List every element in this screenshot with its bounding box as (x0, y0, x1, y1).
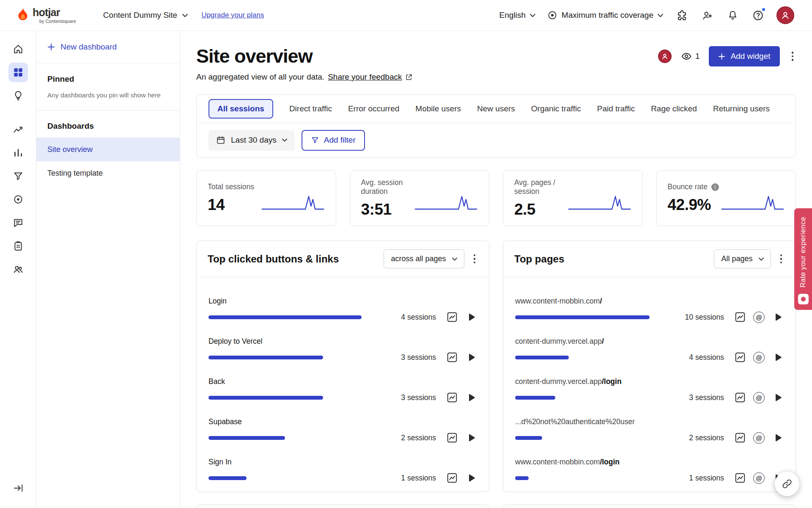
segment-tab-direct-traffic[interactable]: Direct traffic (289, 104, 332, 113)
rate-experience-tab[interactable]: Rate your experience (794, 208, 812, 310)
sidebar-item-testing-template[interactable]: Testing template (36, 161, 180, 185)
segment-tab-new-users[interactable]: New users (477, 104, 515, 113)
new-dashboard-button[interactable]: New dashboard (36, 31, 180, 64)
add-widget-button[interactable]: Add widget (709, 46, 779, 66)
view-trend-button[interactable] (446, 311, 458, 323)
pages-selector-dropdown[interactable]: All pages (714, 249, 771, 268)
view-trend-button[interactable] (734, 432, 746, 444)
viewer-avatar[interactable] (658, 50, 672, 63)
page-url-label: www.content-mobbin.com/login (515, 458, 784, 467)
help-button[interactable] (751, 8, 765, 22)
view-trend-button[interactable] (446, 472, 458, 484)
widget-menu-button[interactable] (471, 251, 478, 267)
view-heatmap-button[interactable]: @ (753, 312, 765, 323)
rail-interviews[interactable] (8, 260, 28, 279)
view-heatmap-button[interactable]: @ (753, 432, 765, 444)
session-bar-track (208, 396, 362, 400)
segment-tab-paid-traffic[interactable]: Paid traffic (597, 104, 635, 113)
site-selector-dropdown[interactable]: Content Dummy Site (103, 11, 188, 20)
widget-menu-button[interactable] (778, 251, 785, 267)
play-recordings-button[interactable] (772, 432, 784, 444)
add-filter-button[interactable]: Add filter (302, 130, 365, 151)
traffic-coverage-dropdown[interactable]: Maximum traffic coverage (547, 10, 663, 20)
external-link-icon (405, 73, 413, 81)
session-bar-track (515, 356, 650, 359)
rail-surveys[interactable] (8, 236, 28, 256)
play-recordings-button[interactable] (465, 311, 477, 323)
flame-icon (17, 7, 29, 20)
rail-highlights[interactable] (8, 86, 28, 105)
chart-icon (735, 392, 746, 403)
play-recordings-button[interactable] (465, 392, 477, 403)
play-recordings-button[interactable] (772, 392, 784, 403)
at-icon: @ (756, 475, 762, 482)
share-feedback-link[interactable]: Share your feedback (328, 72, 413, 82)
play-recordings-button[interactable] (772, 311, 784, 323)
hotjar-logo[interactable]: hotjar by Contentsquare (17, 7, 76, 24)
language-label: English (499, 11, 526, 20)
viewers-count[interactable]: 1 (681, 51, 700, 62)
page-menu-button[interactable] (789, 48, 796, 64)
sidebar-item-site-overview[interactable]: Site overview (36, 138, 180, 161)
view-trend-button[interactable] (734, 472, 746, 484)
pages-selector-label: All pages (721, 254, 752, 263)
clicked-row: Supabase 2 sessions (208, 417, 477, 444)
rail-filters[interactable] (8, 166, 28, 186)
segment-tab-returning-users[interactable]: Returning users (713, 104, 770, 113)
view-trend-button[interactable] (446, 351, 458, 363)
info-icon[interactable]: i (711, 183, 719, 191)
session-bar-track (208, 356, 362, 359)
view-trend-button[interactable] (446, 432, 458, 444)
clicked-row: Back 3 sessions (208, 377, 477, 403)
view-heatmap-button[interactable]: @ (753, 352, 765, 363)
page-url-label: content-dummy.vercel.app/ (515, 337, 784, 346)
view-trend-button[interactable] (734, 392, 746, 403)
view-heatmap-button[interactable]: @ (753, 472, 765, 484)
chevron-down-icon (182, 14, 188, 17)
segment-tab-all-sessions[interactable]: All sessions (208, 99, 273, 119)
person-add-icon (702, 10, 713, 21)
stat-card-pages-per-session: Avg. pages / session 2.5 (503, 170, 643, 226)
play-recordings-button[interactable] (465, 351, 477, 363)
scope-selector-dropdown[interactable]: across all pages (384, 249, 464, 268)
sparkline-chart (261, 193, 325, 213)
notifications-button[interactable] (726, 8, 739, 22)
view-trend-button[interactable] (734, 351, 746, 363)
share-link-fab[interactable] (775, 472, 799, 496)
rail-dashboards[interactable] (8, 63, 28, 82)
coverage-gauge-icon (547, 10, 557, 20)
play-recordings-button[interactable] (465, 432, 477, 444)
stat-value: 3:51 (361, 201, 415, 218)
pinned-heading: Pinned (47, 75, 169, 84)
view-trend-button[interactable] (734, 311, 746, 323)
user-avatar[interactable] (776, 6, 794, 24)
upgrade-plans-link[interactable]: Upgrade your plans (201, 11, 264, 19)
rail-heatmaps[interactable] (8, 190, 28, 209)
icon-rail (0, 31, 36, 508)
clicked-element-label: Login (208, 297, 477, 306)
language-dropdown[interactable]: English (499, 11, 535, 20)
view-trend-button[interactable] (446, 392, 458, 403)
rail-collapse[interactable] (8, 478, 28, 498)
clicked-element-label: Deploy to Vercel (208, 337, 477, 346)
segment-tab-rage-clicked[interactable]: Rage clicked (651, 104, 697, 113)
integrations-button[interactable] (675, 8, 689, 22)
chart-icon (447, 392, 458, 403)
view-heatmap-button[interactable]: @ (753, 392, 765, 403)
play-recordings-button[interactable] (465, 472, 477, 484)
filter-funnel-icon (311, 136, 319, 144)
date-range-dropdown[interactable]: Last 30 days (208, 130, 295, 151)
sessions-count: 2 sessions (401, 433, 436, 442)
play-recordings-button[interactable] (772, 351, 784, 363)
rail-trends[interactable] (8, 120, 28, 139)
rail-funnels[interactable] (8, 143, 28, 163)
clicked-element-label: Sign In (208, 458, 477, 467)
rail-home[interactable] (8, 39, 28, 59)
page-row: www.content-mobbin.com/ 10 sessions @ (515, 297, 784, 323)
segment-tab-error-occurred[interactable]: Error occurred (348, 104, 399, 113)
invite-user-button[interactable] (700, 8, 714, 22)
segment-tab-mobile-users[interactable]: Mobile users (415, 104, 461, 113)
segment-tab-organic-traffic[interactable]: Organic traffic (531, 104, 581, 113)
play-icon (466, 473, 476, 483)
rail-feedback[interactable] (8, 213, 28, 232)
